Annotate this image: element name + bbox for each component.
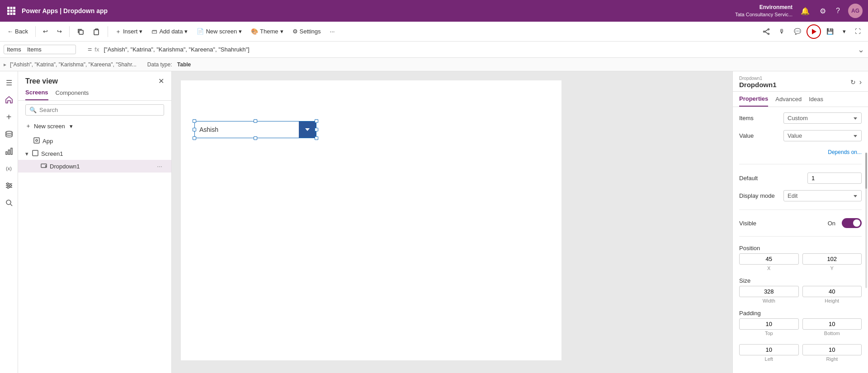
pos-x-label: X: [739, 266, 799, 271]
tab-components[interactable]: Components: [56, 89, 89, 100]
play-button[interactable]: [807, 24, 821, 39]
new-screen-chevron-icon: ▾: [70, 123, 73, 130]
app-title: Power Apps | Dropdown app: [22, 7, 108, 14]
dropdown-selected-value: Ashish: [195, 126, 299, 133]
copy-button[interactable]: [73, 26, 88, 37]
svg-rect-18: [6, 152, 7, 154]
padding-right-input[interactable]: [802, 344, 862, 355]
right-panel-refresh-icon[interactable]: ↻: [849, 77, 858, 88]
prop-items-select[interactable]: Custom: [783, 112, 862, 124]
dropdown1-item-more-button[interactable]: ···: [155, 162, 164, 171]
svg-rect-0: [7, 7, 9, 9]
pos-x-input[interactable]: [739, 253, 799, 265]
canvas-area: Ashish: [172, 71, 732, 373]
visible-toggle[interactable]: [842, 218, 862, 228]
help-icon[interactable]: ?: [834, 5, 842, 17]
handle-mid-left[interactable]: [193, 128, 196, 131]
prop-display-mode-label: Display mode: [739, 192, 780, 199]
svg-rect-4: [10, 10, 13, 12]
publish-chevron-icon[interactable]: ▾: [839, 26, 849, 37]
svg-rect-9: [79, 30, 83, 34]
size-width-input[interactable]: [739, 286, 799, 297]
svg-line-28: [10, 204, 12, 206]
handle-mid-right[interactable]: [315, 128, 318, 131]
save-icon[interactable]: 💾: [823, 26, 837, 37]
handle-bot-right[interactable]: [315, 136, 318, 140]
prop-visible-row: Visible On: [739, 218, 862, 228]
chart-nav-icon[interactable]: [1, 144, 17, 159]
new-screen-tree-item[interactable]: ＋ New screen ▾: [18, 119, 171, 133]
svg-rect-19: [8, 150, 9, 154]
pos-x-group: X: [739, 253, 799, 271]
size-height-input[interactable]: [802, 286, 862, 297]
result-expand-icon[interactable]: ▸: [4, 61, 6, 68]
svg-rect-5: [13, 10, 15, 12]
dropdown-control[interactable]: Ashish: [194, 121, 316, 138]
settings-toolbar-button[interactable]: ⚙ Settings: [289, 26, 325, 37]
handle-top-left[interactable]: [193, 119, 196, 123]
prop-default-input[interactable]: [807, 173, 862, 184]
depends-on-row: Depends on...: [739, 148, 862, 156]
search-nav-icon[interactable]: [1, 195, 17, 210]
variables-nav-icon[interactable]: (x): [1, 161, 17, 176]
search-input[interactable]: [39, 107, 160, 113]
menu-toggle-icon[interactable]: ☰: [1, 75, 17, 90]
handle-bot-center[interactable]: [254, 136, 257, 140]
tab-screens[interactable]: Screens: [25, 89, 48, 100]
handle-top-center[interactable]: [254, 119, 257, 123]
prop-display-mode-select[interactable]: Edit: [783, 190, 862, 201]
formula-name-select[interactable]: Items: [4, 45, 76, 54]
voice-icon[interactable]: 🎙: [775, 26, 788, 37]
tree-item-dropdown1[interactable]: Dropdown1 ···: [18, 160, 171, 173]
avatar[interactable]: AG: [848, 4, 863, 18]
controls-nav-icon[interactable]: [1, 178, 17, 193]
tree-close-button[interactable]: ✕: [158, 77, 164, 85]
size-width-label: Width: [739, 298, 799, 303]
formula-input[interactable]: [104, 46, 855, 53]
handle-bot-left[interactable]: [193, 136, 196, 140]
more-button[interactable]: ···: [326, 26, 339, 37]
add-data-button[interactable]: 🗃 Add data ▾: [148, 26, 191, 37]
comment-icon[interactable]: 💬: [790, 26, 805, 37]
scrollbar-thumb[interactable]: [865, 153, 867, 189]
share-icon[interactable]: [759, 26, 774, 37]
new-screen-button[interactable]: 📄 New screen ▾: [193, 26, 245, 37]
handle-top-right[interactable]: [315, 119, 318, 123]
data-type-value: Table: [176, 61, 191, 68]
tree-item-app[interactable]: App ···: [18, 135, 171, 147]
undo-button[interactable]: ↩: [39, 26, 52, 37]
tab-properties[interactable]: Properties: [739, 92, 768, 107]
padding-bottom-input[interactable]: [802, 318, 862, 330]
theme-button[interactable]: 🎨 Theme ▾: [247, 26, 287, 37]
right-panel-expand-icon[interactable]: ›: [859, 78, 862, 86]
waffle-icon[interactable]: [5, 5, 17, 17]
add-nav-icon[interactable]: +: [1, 109, 17, 125]
notification-icon[interactable]: 🔔: [799, 5, 811, 17]
prop-value-select[interactable]: Value: [783, 130, 862, 141]
paste-button[interactable]: [90, 26, 104, 37]
redo-button[interactable]: ↪: [53, 26, 66, 37]
right-panel-header: Dropdown1 Dropdown1 ↻ ›: [733, 71, 868, 92]
data-nav-icon[interactable]: [1, 126, 17, 142]
insert-button[interactable]: ＋ Insert ▾: [112, 26, 146, 37]
tab-ideas[interactable]: Ideas: [809, 92, 823, 107]
right-panel-scrollbar[interactable]: [865, 153, 867, 288]
app-item-icon: [33, 137, 40, 145]
padding-left-input[interactable]: [739, 344, 799, 355]
svg-rect-7: [10, 13, 13, 15]
settings-icon[interactable]: ⚙: [818, 5, 828, 17]
dropdown-arrow-button[interactable]: [299, 121, 316, 138]
back-button[interactable]: ← Back: [4, 26, 32, 37]
home-nav-icon[interactable]: [1, 92, 17, 107]
pos-y-input[interactable]: [802, 253, 862, 265]
formula-expand-icon[interactable]: ⌄: [858, 45, 864, 55]
padding-inputs-left-right: Left Right: [739, 344, 862, 362]
environment-info: Environment Tata Consultancy Servic...: [735, 4, 793, 18]
padding-top-input[interactable]: [739, 318, 799, 330]
depends-on-link[interactable]: Depends on...: [828, 149, 862, 155]
sep-1: [739, 164, 862, 164]
tab-advanced[interactable]: Advanced: [775, 92, 802, 107]
tree-item-screen1[interactable]: ▾ Screen1 ···: [18, 147, 171, 160]
component-type-label: Dropdown1: [739, 76, 777, 81]
fullscreen-icon[interactable]: ⛶: [851, 26, 864, 37]
